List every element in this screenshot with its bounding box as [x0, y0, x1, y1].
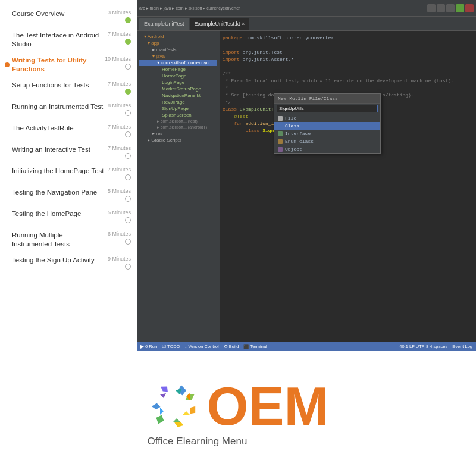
tree-res[interactable]: ▸ res	[139, 130, 217, 137]
status-todo: ☑ TODO	[162, 344, 180, 349]
sidebar-item-meta-running-multiple: 6 Minutes	[108, 231, 131, 245]
dot-course-overview	[125, 17, 131, 23]
toolbar-btn-3[interactable]	[446, 4, 455, 12]
sidebar-item-meta-writing-tests: 10 Minutes	[105, 56, 131, 70]
dot-setup-functions	[125, 89, 131, 95]
popup-header: New Kotlin File/Class	[274, 94, 380, 104]
autocomplete-popup: New Kotlin File/Class File Class	[274, 93, 381, 154]
ide-editor[interactable]: package com.skillsoft.currencyconverter …	[220, 31, 476, 351]
code-line-4: import org.junit.Assert.*	[223, 56, 474, 63]
svg-marker-6	[160, 384, 170, 393]
status-vc: ↕ Version Control	[185, 344, 219, 349]
oem-logo-container: OEM Office Elearning Menu	[147, 380, 328, 447]
oem-logo-row: OEM	[147, 380, 328, 433]
tab-example-unit-test-kt[interactable]: ExampleUnitTest.kt ×	[190, 18, 250, 30]
oem-brand-text: OEM	[206, 380, 328, 433]
tree-java[interactable]: ▾ java	[139, 53, 217, 60]
sidebar-item-writing-tests[interactable]: Writing Tests for Utility Functions10 Mi…	[0, 52, 137, 77]
sidebar-item-meta-course-overview: 3 Minutes	[108, 10, 131, 23]
sidebar-item-meta-signup-activity: 9 Minutes	[108, 256, 131, 270]
svg-marker-1	[186, 392, 195, 402]
popup-item-object[interactable]: Object	[274, 145, 380, 153]
ide-file-tree: ▾ Android ▾ app ▸ manifests ▾ java ▾ com…	[137, 31, 220, 351]
sidebar-item-meta-test-interface: 7 Minutes	[108, 31, 131, 45]
debug-btn[interactable]	[465, 4, 474, 12]
sidebar-item-meta-setup-functions: 7 Minutes	[108, 81, 131, 95]
tree-navpane[interactable]: NavigationPane.kt	[139, 92, 217, 99]
sidebar-item-testing-homepage[interactable]: Testing the HomePage5 Minutes	[0, 206, 137, 227]
sidebar-item-course-overview[interactable]: Course Overview3 Minutes	[0, 6, 137, 27]
tree-app[interactable]: ▾ app	[139, 40, 217, 46]
sidebar-item-running-multiple[interactable]: Running Multiple Instrumented Tests6 Min…	[0, 227, 137, 252]
sidebar-item-homepage-test[interactable]: Initializing the HomePage Test7 Minutes	[0, 163, 137, 184]
duration-course-overview: 3 Minutes	[108, 10, 131, 15]
popup-object-label: Object	[285, 146, 302, 152]
sidebar-item-setup-functions[interactable]: Setup Functions for Tests7 Minutes	[0, 77, 137, 99]
tree-gradle[interactable]: ▸ Gradle Scripts	[139, 137, 217, 143]
dot-testing-homepage	[125, 217, 131, 223]
duration-writing-tests: 10 Minutes	[105, 56, 131, 62]
popup-item-file[interactable]: File	[274, 114, 380, 122]
sidebar: Course Overview3 MinutesThe Test Interfa…	[0, 0, 137, 351]
dot-activity-test-rule	[125, 131, 131, 137]
enum-icon	[278, 139, 283, 144]
tree-marketstatus[interactable]: MarketStatusPage	[139, 86, 217, 92]
popup-interface-label: Interface	[285, 131, 311, 136]
bottom-section: OEM Office Elearning Menu	[0, 351, 476, 476]
tree-loginpage[interactable]: LoginPage	[139, 79, 217, 86]
tree-com-test[interactable]: ▸ com.skillsoft... (test)	[139, 118, 217, 124]
svg-marker-5	[151, 402, 161, 410]
popup-item-class[interactable]: Class	[274, 122, 380, 130]
duration-test-interface: 7 Minutes	[108, 31, 131, 37]
popup-input[interactable]	[277, 105, 378, 112]
code-line-3: import org.junit.Test	[223, 49, 474, 56]
tree-android[interactable]: ▾ Android	[139, 33, 217, 40]
sidebar-item-label-homepage-test: Initializing the HomePage Test	[12, 167, 104, 176]
tree-manifests[interactable]: ▸ manifests	[139, 46, 217, 53]
popup-item-interface[interactable]: Interface	[274, 130, 380, 137]
toolbar-btn-1[interactable]	[427, 4, 436, 12]
sidebar-item-label-writing-tests: Writing Tests for Utility Functions	[12, 56, 101, 74]
sidebar-item-meta-homepage-test: 7 Minutes	[108, 167, 131, 180]
svg-marker-3	[174, 421, 184, 427]
sidebar-item-meta-interactive-test: 7 Minutes	[108, 145, 131, 159]
ide-status-bar: ▶ 6 Run ☑ TODO ↕ Version Control ⚙ Build…	[137, 342, 476, 351]
ide-path: arc ▸ main ▸ java ▸ com ▸ skillsoft ▸ cu…	[139, 6, 240, 11]
code-line-8: *	[223, 84, 474, 92]
top-section: Course Overview3 MinutesThe Test Interfa…	[0, 0, 476, 351]
sidebar-item-activity-test-rule[interactable]: The ActivityTestRule7 Minutes	[0, 120, 137, 142]
sidebar-item-interactive-test[interactable]: Writing an Interactive Test7 Minutes	[0, 142, 137, 163]
ide-tabs: ExampleUnitTest ExampleUnitTest.kt ×	[137, 17, 476, 31]
interface-icon	[278, 131, 283, 136]
duration-running-instrumented: 8 Minutes	[108, 102, 131, 108]
run-btn[interactable]	[456, 4, 464, 12]
sidebar-item-signup-activity[interactable]: Testing the Sign Up Activity9 Minutes	[0, 252, 137, 274]
dot-test-interface	[125, 39, 131, 45]
sidebar-item-navigation-pane[interactable]: Testing the Navigation Pane5 Minutes	[0, 184, 137, 206]
sidebar-item-running-instrumented[interactable]: Running an Instrumented Test8 Minutes	[0, 99, 137, 120]
sidebar-item-label-interactive-test: Writing an Interactive Test	[12, 145, 104, 154]
tree-splash[interactable]: SplashScreen	[139, 112, 217, 118]
tree-homepage[interactable]: HomePage	[139, 66, 217, 73]
svg-marker-4	[156, 415, 164, 424]
tree-com-skillsoft[interactable]: ▾ com.skillsoft.currencyconverter	[139, 60, 217, 66]
code-line-7: * Example local unit test, which will ex…	[223, 77, 474, 84]
sidebar-item-test-interface[interactable]: The Test Interface in Android Studio7 Mi…	[0, 27, 137, 52]
tree-horrorpage[interactable]: HorrorPage	[139, 73, 217, 79]
dot-homepage-test	[125, 174, 131, 180]
tree-com-android[interactable]: ▸ com.skillsoft... (androidT)	[139, 124, 217, 130]
status-terminal: ⬛ Terminal	[243, 344, 267, 349]
duration-homepage-test: 7 Minutes	[108, 167, 131, 173]
status-build: ⚙ Build	[224, 344, 239, 349]
dot-running-instrumented	[125, 110, 131, 116]
duration-setup-functions: 7 Minutes	[108, 81, 131, 87]
tree-signup[interactable]: SignUpPage	[139, 105, 217, 112]
tab-example-unit-test[interactable]: ExampleUnitTest	[139, 18, 189, 30]
popup-item-enum[interactable]: Enum class	[274, 137, 380, 145]
tree-revji[interactable]: RevJiPage	[139, 99, 217, 105]
ide-area: arc ▸ main ▸ java ▸ com ▸ skillsoft ▸ cu…	[137, 0, 476, 351]
status-event-log: Event Log	[452, 344, 472, 349]
sidebar-item-label-activity-test-rule: The ActivityTestRule	[12, 124, 104, 133]
sidebar-item-meta-testing-homepage: 5 Minutes	[108, 209, 131, 223]
toolbar-btn-2[interactable]	[437, 4, 445, 12]
